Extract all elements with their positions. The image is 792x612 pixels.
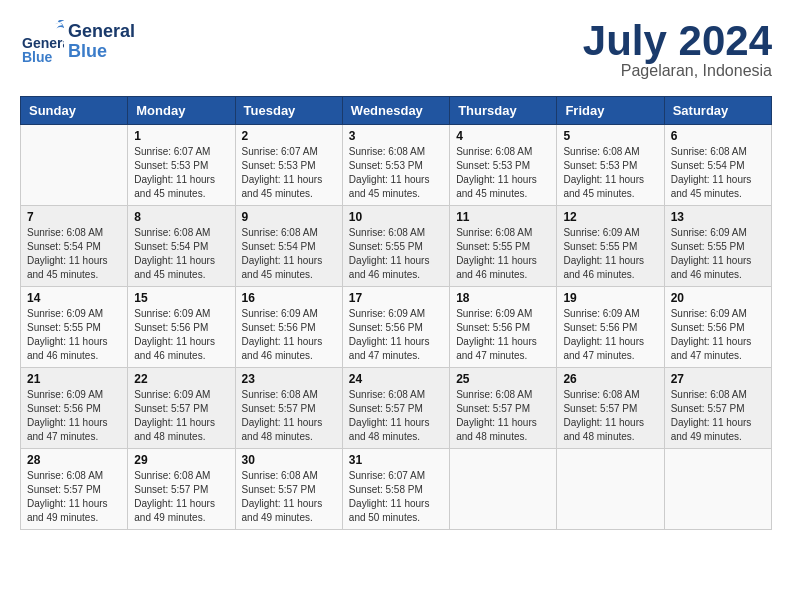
day-number: 13 — [671, 210, 765, 224]
calendar-cell: 8Sunrise: 6:08 AMSunset: 5:54 PMDaylight… — [128, 206, 235, 287]
calendar-cell: 23Sunrise: 6:08 AMSunset: 5:57 PMDayligh… — [235, 368, 342, 449]
calendar-cell: 19Sunrise: 6:09 AMSunset: 5:56 PMDayligh… — [557, 287, 664, 368]
calendar-cell: 18Sunrise: 6:09 AMSunset: 5:56 PMDayligh… — [450, 287, 557, 368]
header-monday: Monday — [128, 97, 235, 125]
day-info: Sunrise: 6:08 AMSunset: 5:57 PMDaylight:… — [671, 388, 765, 444]
calendar-week-row: 1Sunrise: 6:07 AMSunset: 5:53 PMDaylight… — [21, 125, 772, 206]
day-info: Sunrise: 6:09 AMSunset: 5:56 PMDaylight:… — [456, 307, 550, 363]
calendar-cell: 10Sunrise: 6:08 AMSunset: 5:55 PMDayligh… — [342, 206, 449, 287]
calendar-cell: 1Sunrise: 6:07 AMSunset: 5:53 PMDaylight… — [128, 125, 235, 206]
calendar-cell: 16Sunrise: 6:09 AMSunset: 5:56 PMDayligh… — [235, 287, 342, 368]
day-number: 23 — [242, 372, 336, 386]
day-info: Sunrise: 6:09 AMSunset: 5:56 PMDaylight:… — [242, 307, 336, 363]
day-info: Sunrise: 6:08 AMSunset: 5:54 PMDaylight:… — [671, 145, 765, 201]
calendar-cell: 21Sunrise: 6:09 AMSunset: 5:56 PMDayligh… — [21, 368, 128, 449]
weekday-header-row: Sunday Monday Tuesday Wednesday Thursday… — [21, 97, 772, 125]
day-info: Sunrise: 6:09 AMSunset: 5:55 PMDaylight:… — [671, 226, 765, 282]
day-number: 7 — [27, 210, 121, 224]
header-sunday: Sunday — [21, 97, 128, 125]
day-info: Sunrise: 6:08 AMSunset: 5:55 PMDaylight:… — [349, 226, 443, 282]
day-number: 19 — [563, 291, 657, 305]
header-saturday: Saturday — [664, 97, 771, 125]
calendar-cell — [450, 449, 557, 530]
logo-blue-text: Blue — [68, 42, 135, 62]
day-info: Sunrise: 6:07 AMSunset: 5:53 PMDaylight:… — [242, 145, 336, 201]
day-number: 29 — [134, 453, 228, 467]
day-number: 10 — [349, 210, 443, 224]
svg-text:Blue: Blue — [22, 49, 53, 64]
calendar-cell: 13Sunrise: 6:09 AMSunset: 5:55 PMDayligh… — [664, 206, 771, 287]
day-info: Sunrise: 6:08 AMSunset: 5:54 PMDaylight:… — [27, 226, 121, 282]
calendar-table: Sunday Monday Tuesday Wednesday Thursday… — [20, 96, 772, 530]
day-number: 22 — [134, 372, 228, 386]
day-number: 8 — [134, 210, 228, 224]
logo-general-text: General — [68, 22, 135, 42]
calendar-week-row: 14Sunrise: 6:09 AMSunset: 5:55 PMDayligh… — [21, 287, 772, 368]
calendar-cell: 31Sunrise: 6:07 AMSunset: 5:58 PMDayligh… — [342, 449, 449, 530]
day-number: 6 — [671, 129, 765, 143]
calendar-cell: 14Sunrise: 6:09 AMSunset: 5:55 PMDayligh… — [21, 287, 128, 368]
calendar-cell: 29Sunrise: 6:08 AMSunset: 5:57 PMDayligh… — [128, 449, 235, 530]
location-text: Pagelaran, Indonesia — [583, 62, 772, 80]
month-title: July 2024 — [583, 20, 772, 62]
day-number: 18 — [456, 291, 550, 305]
day-info: Sunrise: 6:08 AMSunset: 5:53 PMDaylight:… — [349, 145, 443, 201]
day-info: Sunrise: 6:08 AMSunset: 5:55 PMDaylight:… — [456, 226, 550, 282]
day-info: Sunrise: 6:08 AMSunset: 5:53 PMDaylight:… — [456, 145, 550, 201]
calendar-cell: 5Sunrise: 6:08 AMSunset: 5:53 PMDaylight… — [557, 125, 664, 206]
day-info: Sunrise: 6:08 AMSunset: 5:57 PMDaylight:… — [242, 388, 336, 444]
day-info: Sunrise: 6:08 AMSunset: 5:53 PMDaylight:… — [563, 145, 657, 201]
calendar-cell — [557, 449, 664, 530]
day-number: 16 — [242, 291, 336, 305]
calendar-cell: 22Sunrise: 6:09 AMSunset: 5:57 PMDayligh… — [128, 368, 235, 449]
logo-text: General Blue — [68, 22, 135, 62]
header-thursday: Thursday — [450, 97, 557, 125]
day-number: 24 — [349, 372, 443, 386]
day-number: 20 — [671, 291, 765, 305]
calendar-cell: 7Sunrise: 6:08 AMSunset: 5:54 PMDaylight… — [21, 206, 128, 287]
calendar-cell: 12Sunrise: 6:09 AMSunset: 5:55 PMDayligh… — [557, 206, 664, 287]
calendar-cell: 25Sunrise: 6:08 AMSunset: 5:57 PMDayligh… — [450, 368, 557, 449]
day-number: 27 — [671, 372, 765, 386]
day-number: 12 — [563, 210, 657, 224]
calendar-cell: 27Sunrise: 6:08 AMSunset: 5:57 PMDayligh… — [664, 368, 771, 449]
calendar-body: 1Sunrise: 6:07 AMSunset: 5:53 PMDaylight… — [21, 125, 772, 530]
day-info: Sunrise: 6:09 AMSunset: 5:56 PMDaylight:… — [27, 388, 121, 444]
day-info: Sunrise: 6:09 AMSunset: 5:56 PMDaylight:… — [349, 307, 443, 363]
calendar-cell: 4Sunrise: 6:08 AMSunset: 5:53 PMDaylight… — [450, 125, 557, 206]
logo: General Blue General Blue — [20, 20, 135, 64]
day-number: 4 — [456, 129, 550, 143]
calendar-header: Sunday Monday Tuesday Wednesday Thursday… — [21, 97, 772, 125]
calendar-cell: 26Sunrise: 6:08 AMSunset: 5:57 PMDayligh… — [557, 368, 664, 449]
day-info: Sunrise: 6:08 AMSunset: 5:57 PMDaylight:… — [242, 469, 336, 525]
header-tuesday: Tuesday — [235, 97, 342, 125]
header-friday: Friday — [557, 97, 664, 125]
day-number: 31 — [349, 453, 443, 467]
calendar-cell: 6Sunrise: 6:08 AMSunset: 5:54 PMDaylight… — [664, 125, 771, 206]
day-info: Sunrise: 6:07 AMSunset: 5:58 PMDaylight:… — [349, 469, 443, 525]
page-header: General Blue General Blue July 2024 Page… — [20, 20, 772, 80]
day-number: 21 — [27, 372, 121, 386]
day-info: Sunrise: 6:09 AMSunset: 5:56 PMDaylight:… — [671, 307, 765, 363]
calendar-cell: 20Sunrise: 6:09 AMSunset: 5:56 PMDayligh… — [664, 287, 771, 368]
calendar-cell: 11Sunrise: 6:08 AMSunset: 5:55 PMDayligh… — [450, 206, 557, 287]
calendar-cell — [664, 449, 771, 530]
day-info: Sunrise: 6:09 AMSunset: 5:56 PMDaylight:… — [134, 307, 228, 363]
day-info: Sunrise: 6:08 AMSunset: 5:57 PMDaylight:… — [27, 469, 121, 525]
calendar-cell: 28Sunrise: 6:08 AMSunset: 5:57 PMDayligh… — [21, 449, 128, 530]
day-info: Sunrise: 6:08 AMSunset: 5:54 PMDaylight:… — [242, 226, 336, 282]
calendar-cell: 24Sunrise: 6:08 AMSunset: 5:57 PMDayligh… — [342, 368, 449, 449]
calendar-week-row: 7Sunrise: 6:08 AMSunset: 5:54 PMDaylight… — [21, 206, 772, 287]
day-number: 25 — [456, 372, 550, 386]
calendar-cell: 17Sunrise: 6:09 AMSunset: 5:56 PMDayligh… — [342, 287, 449, 368]
day-number: 30 — [242, 453, 336, 467]
calendar-cell: 9Sunrise: 6:08 AMSunset: 5:54 PMDaylight… — [235, 206, 342, 287]
day-number: 15 — [134, 291, 228, 305]
day-info: Sunrise: 6:09 AMSunset: 5:55 PMDaylight:… — [563, 226, 657, 282]
day-info: Sunrise: 6:07 AMSunset: 5:53 PMDaylight:… — [134, 145, 228, 201]
calendar-week-row: 21Sunrise: 6:09 AMSunset: 5:56 PMDayligh… — [21, 368, 772, 449]
day-number: 3 — [349, 129, 443, 143]
day-number: 5 — [563, 129, 657, 143]
calendar-week-row: 28Sunrise: 6:08 AMSunset: 5:57 PMDayligh… — [21, 449, 772, 530]
day-info: Sunrise: 6:09 AMSunset: 5:56 PMDaylight:… — [563, 307, 657, 363]
